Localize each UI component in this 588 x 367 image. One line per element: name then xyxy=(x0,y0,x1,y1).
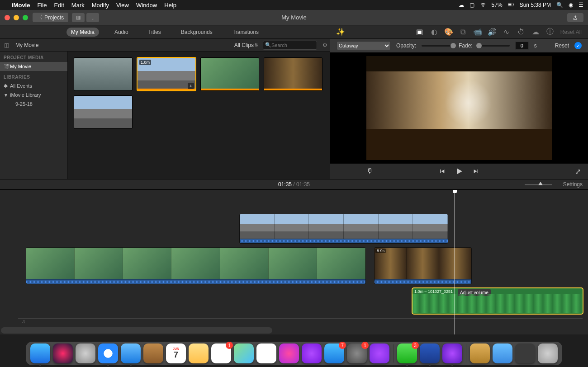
menu-modify[interactable]: Modify xyxy=(92,2,109,9)
menu-mark[interactable]: Mark xyxy=(71,2,85,9)
speed-icon[interactable]: ⏱ xyxy=(517,28,525,36)
playhead[interactable] xyxy=(455,190,455,334)
tab-audio[interactable]: Audio xyxy=(110,28,133,37)
next-button[interactable] xyxy=(473,168,480,175)
fullscreen-button[interactable]: ⤢ xyxy=(575,167,581,176)
dock-app-notes[interactable] xyxy=(189,343,209,363)
zoom-knob[interactable] xyxy=(538,182,543,185)
stabilization-icon[interactable]: 📹 xyxy=(474,28,482,36)
background-audio-track[interactable]: ♫ xyxy=(18,318,583,325)
viewer[interactable] xyxy=(330,52,588,164)
search-input[interactable] xyxy=(271,42,312,48)
slider-knob[interactable] xyxy=(476,43,482,48)
clip-filter-dropdown[interactable]: All Clips ⇅ xyxy=(234,42,258,48)
tab-backgrounds[interactable]: Backgrounds xyxy=(176,28,217,37)
dock-app-calendar[interactable]: JUN7 xyxy=(166,343,186,363)
dock-app-word[interactable] xyxy=(420,343,440,363)
library-view-button[interactable]: ▥ xyxy=(72,13,85,22)
menu-window[interactable]: Window xyxy=(136,2,157,9)
apply-checkmark[interactable]: ✓ xyxy=(574,42,582,49)
dock-app-reminders[interactable]: 1 xyxy=(211,343,231,363)
timeline-zoom-slider[interactable] xyxy=(525,184,552,185)
timeline-settings-button[interactable]: Settings xyxy=(563,181,583,188)
wifi-icon[interactable] xyxy=(480,1,486,9)
reset-all-button[interactable]: Reset All xyxy=(560,29,582,35)
dock-app-podcasts[interactable] xyxy=(302,343,322,363)
volume-icon[interactable]: 🔊 xyxy=(488,28,496,36)
dock-app-messages[interactable] xyxy=(370,343,389,363)
zoom-window-button[interactable] xyxy=(23,15,28,20)
dock-app-folder[interactable] xyxy=(493,343,512,363)
siri-icon[interactable]: ◉ xyxy=(569,2,573,8)
dock-app-maps[interactable] xyxy=(234,343,254,363)
overlay-inspector-icon[interactable]: ▣ xyxy=(416,28,424,36)
search-field[interactable]: 🔍 xyxy=(263,41,317,50)
dock-app-box[interactable] xyxy=(470,343,490,363)
sidebar-item-allevents[interactable]: ✱ All Events xyxy=(0,81,67,90)
info-icon[interactable]: ⓘ xyxy=(546,28,554,36)
clip-filter-icon[interactable]: ☁ xyxy=(531,28,540,36)
opacity-slider[interactable] xyxy=(422,45,453,47)
slider-knob[interactable] xyxy=(450,43,456,48)
dock-app-appstore[interactable]: 7 xyxy=(324,343,344,363)
share-button[interactable] xyxy=(567,13,583,22)
dock-app-contacts[interactable] xyxy=(143,343,163,363)
toggle-sidebar-button[interactable]: ◫ xyxy=(0,42,13,48)
dock-app-sysprefs[interactable]: 1 xyxy=(347,343,367,363)
clip-thumb[interactable] xyxy=(74,58,132,90)
dock-app-mail[interactable] xyxy=(121,343,141,363)
dock-app-stack[interactable] xyxy=(515,343,535,363)
tab-my-media[interactable]: My Media xyxy=(66,28,99,37)
dock-app-itunes[interactable] xyxy=(279,343,299,363)
overlay-mode-select[interactable]: Cutaway xyxy=(337,41,391,50)
dock-app-trash[interactable] xyxy=(538,343,558,363)
menu-view[interactable]: View xyxy=(116,2,129,9)
timeline-clip-main[interactable] xyxy=(26,248,365,284)
timeline[interactable]: 8.9s 1.0m – 101027_0251 Adjust volume ♫ xyxy=(0,190,588,334)
color-correction-icon[interactable]: 🎨 xyxy=(445,28,453,36)
timeline-clip-cutaway[interactable] xyxy=(240,214,448,243)
clip-thumb[interactable] xyxy=(264,58,322,90)
minimize-window-button[interactable] xyxy=(14,15,19,20)
color-balance-icon[interactable]: ◐ xyxy=(430,28,438,36)
menu-file[interactable]: File xyxy=(37,2,47,9)
fade-input[interactable] xyxy=(515,42,529,50)
fade-slider[interactable] xyxy=(478,45,510,47)
dock-app-imessage[interactable]: 3 xyxy=(397,343,417,363)
dock-app-finder[interactable] xyxy=(30,343,50,363)
spotlight-icon[interactable]: 🔍 xyxy=(556,2,563,8)
projects-button[interactable]: 〈 Projects xyxy=(33,13,68,22)
disclosure-triangle-icon[interactable]: ▼ xyxy=(4,93,8,98)
battery-icon[interactable] xyxy=(508,1,514,9)
menubar-app[interactable]: iMovie xyxy=(12,2,30,9)
magic-wand-button[interactable]: ✨ xyxy=(337,28,345,36)
tab-titles[interactable]: Titles xyxy=(144,28,166,37)
dock-app-launchpad[interactable] xyxy=(76,343,95,363)
clip-thumb[interactable] xyxy=(74,96,132,128)
menu-edit[interactable]: Edit xyxy=(54,2,64,9)
cloud-icon[interactable]: ☁︎ xyxy=(459,2,464,8)
voiceover-button[interactable]: 🎙 xyxy=(366,167,374,175)
import-button[interactable]: ↓ xyxy=(86,13,99,22)
clip-thumb[interactable]: 1.0m + xyxy=(138,58,195,90)
airplay-icon[interactable]: ▢ xyxy=(469,2,474,8)
dock-app-siri[interactable] xyxy=(53,343,73,363)
menubar-clock[interactable]: Sun 5:38 PM xyxy=(520,2,551,8)
menu-help[interactable]: Help xyxy=(164,2,176,9)
close-window-button[interactable] xyxy=(5,15,10,20)
tab-transitions[interactable]: Transitions xyxy=(228,28,263,37)
prev-button[interactable] xyxy=(438,168,446,175)
crop-icon[interactable]: ⧉ xyxy=(459,28,467,36)
dock-app-safari[interactable] xyxy=(98,343,118,363)
horizontal-scrollbar[interactable] xyxy=(1,327,272,334)
clip-thumb[interactable] xyxy=(201,58,259,90)
play-button[interactable] xyxy=(455,167,464,176)
noise-reduction-icon[interactable]: ∿ xyxy=(503,28,511,36)
sidebar-item-mymovie[interactable]: 🎬 My Movie xyxy=(0,62,67,71)
sidebar-item-event[interactable]: 9-25-18 xyxy=(0,99,67,108)
timeline-clip-cafe[interactable]: 8.9s xyxy=(375,248,471,284)
sidebar-item-library[interactable]: ▼ iMovie Library xyxy=(0,90,67,99)
dock-app-photos[interactable] xyxy=(256,343,276,363)
reset-button[interactable]: Reset xyxy=(555,42,569,49)
dock-app-imovie[interactable] xyxy=(442,343,462,363)
